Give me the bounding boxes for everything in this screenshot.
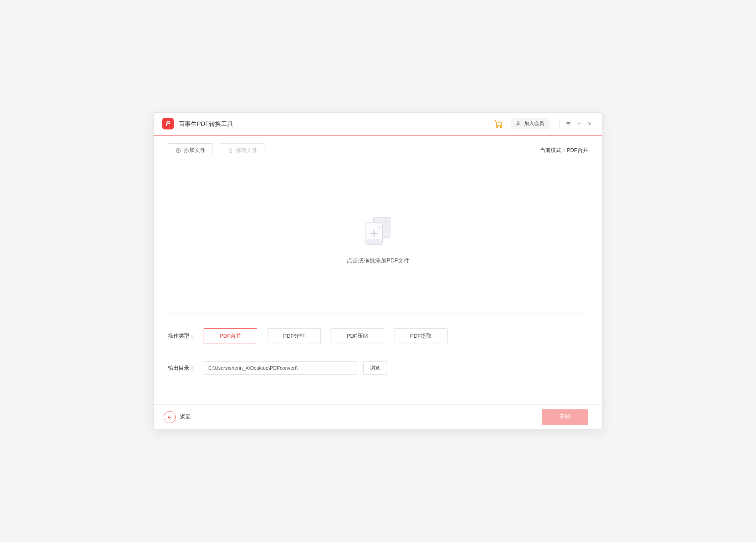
mode-prefix: 当前模式： [540,147,567,153]
op-compress-button[interactable]: PDF压缩 [331,328,384,343]
op-merge-button[interactable]: PDF合并 [204,328,257,343]
operation-section: 操作类型： PDF合并 PDF分割 PDF压缩 PDF提取 [154,328,602,343]
titlebar: P 百事牛PDF转换工具 加入会员 [154,113,602,136]
app-window: P 百事牛PDF转换工具 加入会员 [153,112,603,430]
close-icon [587,121,592,126]
app-title: 百事牛PDF转换工具 [179,120,233,128]
output-path-input[interactable] [204,361,357,375]
back-button[interactable]: 返回 [164,411,191,423]
remove-file-button[interactable]: 移除文件 [220,143,265,157]
minimize-icon [577,121,582,126]
mode-value: PDF合并 [567,147,588,153]
footer: 返回 开始 [154,404,602,429]
op-extract-button[interactable]: PDF提取 [394,328,448,343]
back-arrow-icon [164,411,176,423]
menu-icon [566,121,571,127]
close-button[interactable] [584,118,595,129]
minimize-button[interactable] [574,118,584,129]
file-dropzone[interactable]: 点击或拖拽添加PDF文件 [168,164,588,313]
back-label: 返回 [180,414,191,420]
add-file-button[interactable]: 添加文件 [168,143,213,157]
svg-point-2 [517,122,519,124]
add-file-icon [360,213,396,249]
start-button[interactable]: 开始 [542,409,588,425]
member-label: 加入会员 [524,121,544,127]
titlebar-divider [559,120,560,127]
dropzone-hint: 点击或拖拽添加PDF文件 [347,257,409,265]
svg-point-0 [497,127,498,128]
app-logo-letter: P [166,120,170,128]
operation-label: 操作类型： [168,333,204,339]
svg-rect-16 [366,239,382,244]
output-section: 输出目录： 浏览 [154,361,602,375]
op-split-button[interactable]: PDF分割 [267,328,321,343]
cart-icon[interactable] [494,119,504,129]
add-file-label: 添加文件 [184,147,205,154]
trash-icon [228,148,233,153]
user-icon [515,121,521,127]
browse-button[interactable]: 浏览 [363,361,387,375]
menu-button[interactable] [563,118,574,129]
toolbar: 添加文件 移除文件 当前模式：PDF合并 [154,136,602,164]
output-label: 输出目录： [168,365,204,372]
current-mode: 当前模式：PDF合并 [540,147,588,154]
remove-file-label: 移除文件 [236,147,257,154]
svg-point-1 [500,127,502,128]
join-member-button[interactable]: 加入会员 [511,118,551,129]
plus-circle-icon [175,148,181,153]
app-logo: P [162,118,174,129]
